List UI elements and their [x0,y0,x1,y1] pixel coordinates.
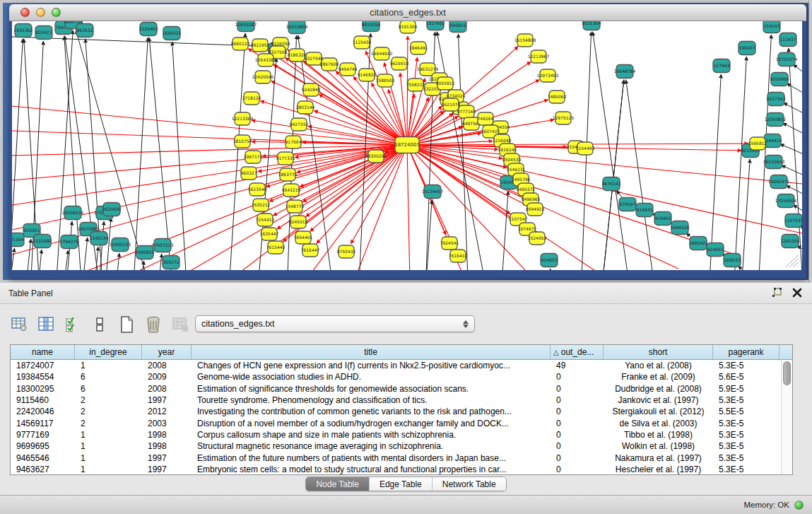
table-row[interactable]: 911546021997Tourette syndrome. Phenomeno… [11,395,792,406]
table-row[interactable]: 977716911998Corpus callosum shape and si… [11,429,792,440]
network-node[interactable]: 17016504 [775,194,797,208]
tab-node-table[interactable]: Node Table [306,477,370,491]
network-node[interactable]: 2620650 [102,203,122,216]
network-node[interactable]: 7558212 [406,78,425,91]
column-header-short[interactable]: short [604,345,713,359]
network-node[interactable]: 1794275 [60,235,79,249]
network-node[interactable]: 917004 [286,136,302,148]
network-node[interactable]: 9543219 [282,184,301,197]
table-row[interactable]: 2242004622012Investigating the contribut… [11,406,792,417]
memory-status-icon[interactable] [794,501,804,510]
network-node[interactable]: 9777169 [457,105,476,118]
network-node[interactable]: 169533 [724,254,741,267]
network-node[interactable]: 1659321 [163,27,182,40]
network-node[interactable]: 1167533 [784,214,802,228]
checklist-icon[interactable] [64,315,82,334]
network-node[interactable]: 9177335 [276,152,295,165]
network-node[interactable]: 10543382 [255,54,277,66]
network-node[interactable]: 1588503 [376,74,395,87]
network-node[interactable]: 16648784 [614,65,636,78]
network-node[interactable]: 1695422 [689,237,708,250]
network-node[interactable]: 16154808 [514,34,536,47]
column-header-name[interactable]: name [11,345,75,359]
network-node[interactable]: 1291050 [781,235,800,248]
network-node[interactable]: 1810754 [233,135,252,148]
network-node[interactable]: 1154493 [576,142,595,155]
column-header-pagerank[interactable]: pagerank [713,345,779,359]
network-node[interactable]: 1694520 [671,221,690,235]
column-header-year[interactable]: year [142,345,192,359]
network-node[interactable]: 8131304 [582,21,601,30]
select-columns-icon[interactable] [37,315,55,334]
network-node[interactable]: 7254412 [256,214,275,226]
network-node[interactable]: 679197 [619,198,636,211]
network-node[interactable]: 7924541 [440,237,459,250]
network-node[interactable]: 746266 [478,112,494,125]
network-node[interactable]: 18300295 [365,150,387,163]
tab-network-table[interactable]: Network Table [433,477,506,491]
network-node[interactable]: 1863770 [278,168,298,181]
network-node[interactable]: 8813054 [362,21,381,32]
network-node[interactable]: 919402 [654,212,671,226]
network-node[interactable]: 12213967 [528,50,550,63]
network-node[interactable]: 111437 [779,33,796,47]
network-node[interactable]: 16033809 [286,21,308,34]
network-canvas[interactable]: 1635362835421764791905572496353222204631… [12,21,802,270]
network-node[interactable]: 1095810 [136,246,155,259]
rows-icon[interactable] [90,315,109,334]
network-node[interactable]: 2718120 [242,92,261,105]
table-row[interactable]: 946362711997Embryonic stem cells: a mode… [11,464,792,475]
network-node[interactable]: 2803144 [296,101,315,114]
network-window-titlebar[interactable]: citations_edges.txt [9,4,806,21]
network-view-window[interactable]: citations_edges.txt 16353628354217647919… [9,4,806,279]
network-node[interactable]: 1527602 [426,21,445,30]
network-node[interactable]: 9055812 [436,77,455,90]
network-node[interactable]: 7616447 [301,244,320,257]
network-node[interactable]: 1635447 [260,228,279,240]
network-node[interactable]: 10653287 [235,21,257,32]
network-node[interactable]: 924503 [541,254,558,267]
network-node[interactable]: 924502 [707,243,724,257]
network-node[interactable]: 7654401 [294,231,313,244]
network-node[interactable]: 963532 [76,24,93,37]
vertical-scrollbar[interactable] [781,360,792,474]
network-node[interactable]: 391394 [12,233,24,247]
network-node[interactable]: 305272 [163,256,180,269]
network-node[interactable]: 22420046 [252,71,274,83]
network-node[interactable]: 9329966 [770,73,789,86]
network-node[interactable]: 7616412 [449,250,468,262]
network-node[interactable]: 2067173 [244,151,263,163]
table-row[interactable]: 969969511998Structural magnetic resonanc… [11,440,792,452]
network-node[interactable]: 18724007 [394,137,420,153]
network-node[interactable]: 16944910 [371,47,393,60]
network-node[interactable]: 159143 [763,21,780,33]
close-icon[interactable] [792,288,802,298]
network-node[interactable]: 7635212 [252,199,271,211]
table-row[interactable]: 1830029562008Estimation of significance … [11,383,792,395]
table-settings-icon[interactable] [10,315,28,334]
table-row[interactable]: 1938455462009Genome-wide association stu… [11,371,792,382]
scrollbar-thumb[interactable] [783,361,791,385]
column-header-title[interactable]: title [192,345,551,359]
network-node[interactable]: 127443 [713,59,730,73]
network-node[interactable]: 9245013 [289,216,308,228]
table-row[interactable]: 946554611997Estimation of the future num… [11,452,792,463]
network-node[interactable]: 10973493 [537,69,559,82]
network-node[interactable]: 12093832 [765,113,787,127]
tab-edge-table[interactable]: Edge Table [370,477,433,491]
network-node[interactable]: 8750432 [337,245,356,258]
table-row[interactable]: 1872400712008Changes of HCN gene express… [11,360,792,371]
delete-icon[interactable] [144,315,163,334]
column-header-indegree[interactable]: in_degree [75,345,142,359]
network-node[interactable]: 1145134 [90,232,109,245]
network-node[interactable]: 960327 [241,167,257,180]
network-node[interactable]: 15692971 [768,175,790,189]
network-node[interactable]: 8186328 [288,49,307,62]
network-node[interactable]: 12975125 [553,112,575,124]
network-node[interactable]: 835421 [35,26,52,40]
network-node[interactable]: 919431 [636,204,653,217]
network-node[interactable]: 9242848 [302,83,321,96]
network-node[interactable]: 16210643 [763,156,785,169]
network-node[interactable]: 696816 [449,21,466,33]
network-node[interactable]: 196437 [739,42,755,55]
